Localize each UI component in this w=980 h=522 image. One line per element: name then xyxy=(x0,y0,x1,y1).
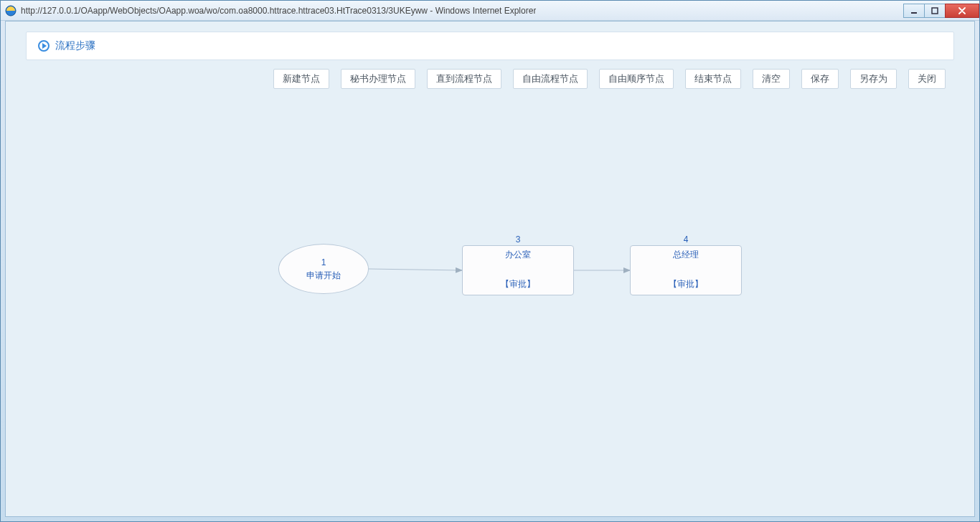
arrow-right-icon xyxy=(38,40,50,52)
toolbar: 新建节点 秘书办理节点 直到流程节点 自由流程节点 自由顺序节点 结束节点 清空… xyxy=(6,69,974,89)
free-order-node-button[interactable]: 自由顺序节点 xyxy=(599,69,674,89)
secretary-node-button[interactable]: 秘书办理节点 xyxy=(341,69,415,89)
title-bar: http://127.0.0.1/OAapp/WebObjects/OAapp.… xyxy=(1,1,979,21)
client-area: 流程步骤 新建节点 秘书办理节点 直到流程节点 自由流程节点 自由顺序节点 结束… xyxy=(5,21,975,517)
node-title: 申请开始 xyxy=(306,269,341,282)
ie-icon xyxy=(5,5,17,16)
flow-edges xyxy=(6,115,974,516)
save-as-button[interactable]: 另存为 xyxy=(850,69,897,89)
window-controls xyxy=(904,4,979,18)
flow-node-process[interactable]: 3办公室【审批】 xyxy=(462,245,574,295)
flow-canvas[interactable]: 1申请开始3办公室【审批】4总经理【审批】 xyxy=(6,115,974,516)
new-node-button[interactable]: 新建节点 xyxy=(273,69,329,89)
node-title: 总经理 xyxy=(631,246,741,261)
node-number: 3 xyxy=(463,234,573,245)
page-title: 流程步骤 xyxy=(55,39,95,52)
window: http://127.0.0.1/OAapp/WebObjects/OAapp.… xyxy=(0,0,980,522)
node-title: 办公室 xyxy=(463,246,573,261)
flow-edge xyxy=(369,269,462,270)
flow-node-process[interactable]: 4总经理【审批】 xyxy=(630,245,742,295)
clear-button[interactable]: 清空 xyxy=(753,69,790,89)
svg-rect-3 xyxy=(932,8,938,14)
node-number: 1 xyxy=(321,256,326,269)
chrome-border: 流程步骤 新建节点 秘书办理节点 直到流程节点 自由流程节点 自由顺序节点 结束… xyxy=(1,21,979,521)
close-window-button[interactable] xyxy=(945,4,979,18)
flow-node-start[interactable]: 1申请开始 xyxy=(278,244,369,294)
minimize-button[interactable] xyxy=(903,4,925,18)
node-action: 【审批】 xyxy=(631,278,741,290)
header-panel: 流程步骤 xyxy=(26,32,954,60)
window-title: http://127.0.0.1/OAapp/WebObjects/OAapp.… xyxy=(21,6,536,16)
svg-rect-2 xyxy=(911,12,917,14)
until-flow-node-button[interactable]: 直到流程节点 xyxy=(427,69,501,89)
end-node-button[interactable]: 结束节点 xyxy=(685,69,741,89)
maximize-button[interactable] xyxy=(924,4,946,18)
free-flow-node-button[interactable]: 自由流程节点 xyxy=(513,69,588,89)
close-button[interactable]: 关闭 xyxy=(908,69,946,89)
node-number: 4 xyxy=(631,234,741,245)
title-left: http://127.0.0.1/OAapp/WebObjects/OAapp.… xyxy=(5,5,536,16)
save-button[interactable]: 保存 xyxy=(801,69,839,89)
node-action: 【审批】 xyxy=(463,278,573,290)
